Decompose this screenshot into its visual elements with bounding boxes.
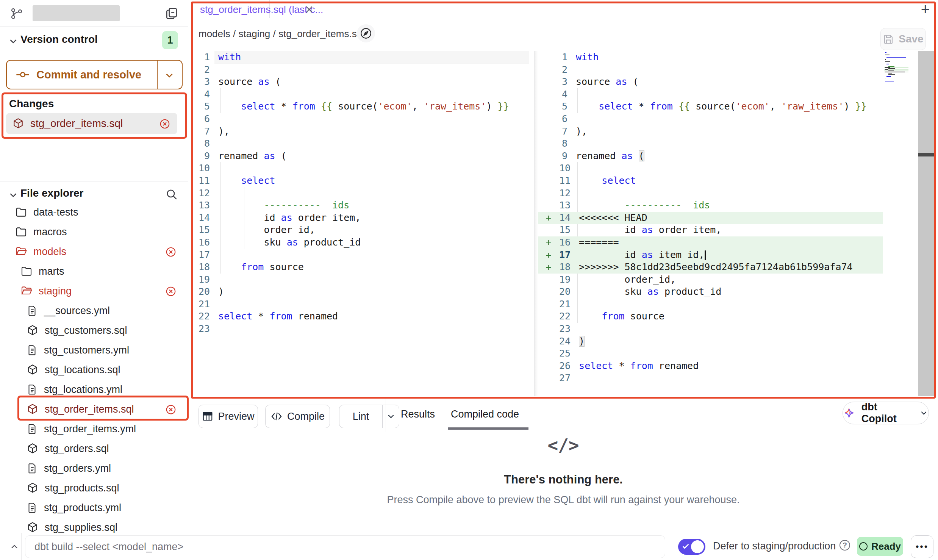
lineage-icon[interactable]	[357, 24, 375, 42]
file-item-stg_order_items.yml[interactable]: stg_order_items.yml	[0, 420, 188, 438]
code-line[interactable]: 20)	[189, 286, 529, 298]
code-line[interactable]: 23	[538, 323, 883, 335]
editor-pane-left[interactable]: 1with23source as (45 select * from {{ so…	[189, 51, 529, 396]
lint-button[interactable]: Lint	[339, 405, 382, 428]
code-line[interactable]: 7),	[189, 125, 529, 138]
file-item-staging[interactable]: staging	[0, 282, 188, 300]
code-line[interactable]: 13 ---------- ids	[189, 199, 529, 212]
code-line[interactable]: 8	[189, 138, 529, 150]
file-item-stg_supplies.sql[interactable]: stg_supplies.sql	[0, 518, 188, 533]
code-line[interactable]: 15 order_id,	[189, 224, 529, 236]
changed-file-row[interactable]: stg_order_items.sql	[6, 113, 177, 134]
code-line[interactable]: 14 id as order_item,	[189, 212, 529, 224]
file-item-stg_orders.sql[interactable]: stg_orders.sql	[0, 440, 188, 458]
code-line[interactable]: 12	[189, 187, 529, 200]
code-line[interactable]: +18>>>>>>> 58c1dd23d5eebd9cd2495fa7124ab…	[538, 261, 883, 274]
code-line[interactable]: 18 from source	[189, 261, 529, 274]
code-line[interactable]: 24)	[538, 335, 883, 348]
tab-compiled-code[interactable]: Compiled code	[451, 408, 519, 420]
minimap[interactable]	[884, 52, 908, 83]
code-line[interactable]: 11 select	[538, 175, 883, 187]
tab-close-icon[interactable]	[304, 5, 314, 14]
code-line[interactable]: 19 order_id,	[538, 274, 883, 286]
dbt-copilot-button[interactable]: dbt Copilot	[843, 402, 929, 424]
search-icon[interactable]	[165, 188, 178, 201]
code-line[interactable]: 16 sku as product_id	[189, 236, 529, 249]
code-line[interactable]: 12	[538, 187, 883, 200]
code-line[interactable]: 27	[538, 372, 883, 385]
code-line[interactable]: 3source as (	[538, 76, 883, 88]
conflict-x-icon[interactable]	[165, 286, 177, 297]
code-line[interactable]: 5 select * from {{ source('ecom', 'raw_i…	[189, 100, 529, 113]
conflict-x-icon[interactable]	[159, 118, 170, 130]
copy-icon[interactable]	[164, 6, 179, 20]
chevron-up-icon[interactable]	[9, 541, 20, 552]
code-line[interactable]: 13 ---------- ids	[538, 199, 883, 212]
code-line[interactable]: +14<<<<<<< HEAD	[538, 212, 883, 224]
file-item-stg_customers.yml[interactable]: stg_customers.yml	[0, 341, 188, 359]
defer-toggle[interactable]	[678, 539, 705, 555]
file-item-models[interactable]: models	[0, 242, 188, 261]
file-item-stg_orders.yml[interactable]: stg_orders.yml	[0, 459, 188, 477]
code-line[interactable]: 5 select * from {{ source('ecom', 'raw_i…	[538, 100, 883, 113]
code-line[interactable]: 10	[189, 162, 529, 175]
file-item-macros[interactable]: macros	[0, 223, 188, 241]
commit-and-resolve-button[interactable]: Commit and resolve	[6, 60, 183, 89]
code-line[interactable]: 21	[189, 298, 529, 311]
compile-button[interactable]: Compile	[265, 405, 330, 428]
editor-pane-right[interactable]: 1with23source as (45 select * from {{ so…	[538, 51, 883, 396]
preview-button[interactable]: Preview	[199, 405, 258, 428]
tab-stg-order-items[interactable]: stg_order_items.sql (last c...	[189, 0, 270, 18]
help-icon[interactable]: ?	[840, 540, 850, 551]
code-line[interactable]: 25	[538, 347, 883, 360]
dbt-command-input[interactable]	[25, 535, 665, 558]
file-item-stg_locations.yml[interactable]: stg_locations.yml	[0, 380, 188, 399]
code-line[interactable]: 9renamed as (	[538, 150, 883, 163]
file-item-__sources.yml[interactable]: __sources.yml	[0, 302, 188, 320]
code-line[interactable]: 10	[538, 162, 883, 175]
code-line[interactable]: +16=======	[538, 236, 883, 249]
code-line[interactable]: 2	[538, 64, 883, 76]
file-item-stg_order_items.sql[interactable]: stg_order_items.sql	[0, 400, 188, 418]
editor-scrollbar-thumb[interactable]	[918, 153, 935, 156]
commit-options-chevron-icon[interactable]	[164, 70, 175, 81]
lint-options-chevron-icon[interactable]	[382, 405, 399, 428]
code-line[interactable]: 17	[189, 249, 529, 261]
version-control-section-header[interactable]: Version control 1	[0, 30, 188, 50]
conflict-x-icon[interactable]	[165, 246, 177, 258]
code-line[interactable]: 6	[538, 113, 883, 125]
code-line[interactable]: 8	[538, 138, 883, 150]
save-button[interactable]: Save	[880, 28, 926, 50]
code-line[interactable]: 22select * from renamed	[189, 310, 529, 323]
ready-status-button[interactable]: Ready	[857, 537, 903, 556]
file-item-stg_locations.sql[interactable]: stg_locations.sql	[0, 361, 188, 379]
code-line[interactable]: 4	[189, 88, 529, 101]
code-line[interactable]: 11 select	[189, 175, 529, 187]
file-item-stg_customers.sql[interactable]: stg_customers.sql	[0, 321, 188, 339]
file-item-data-tests[interactable]: data-tests	[0, 203, 188, 221]
code-line[interactable]: 20 sku as product_id	[538, 286, 883, 298]
code-line[interactable]: 26select * from renamed	[538, 360, 883, 372]
code-line[interactable]: 21	[538, 298, 883, 311]
code-line[interactable]: 15 id as order_item,	[538, 224, 883, 236]
code-line[interactable]: 22 from source	[538, 310, 883, 323]
code-line[interactable]: 3source as (	[189, 76, 529, 88]
code-line[interactable]: 23	[189, 323, 529, 335]
file-item-marts[interactable]: marts	[0, 262, 188, 280]
code-line[interactable]: 1with	[538, 51, 883, 64]
code-line[interactable]: 1with	[189, 51, 529, 64]
code-line[interactable]: 2	[189, 64, 529, 76]
code-line[interactable]: 6	[189, 113, 529, 125]
code-line[interactable]: 19	[189, 274, 529, 286]
code-line[interactable]: 4	[538, 88, 883, 101]
new-tab-button[interactable]: +	[921, 1, 930, 18]
code-line[interactable]: +17 id as item_id,	[538, 249, 883, 261]
code-line[interactable]: 9renamed as (	[189, 150, 529, 163]
file-item-stg_products.yml[interactable]: stg_products.yml	[0, 499, 188, 517]
conflict-x-icon[interactable]	[165, 404, 177, 415]
more-options-button[interactable]: •••	[911, 535, 933, 558]
editor-scrollbar-track[interactable]	[918, 51, 935, 396]
tab-results[interactable]: Results	[401, 408, 435, 420]
file-item-stg_products.sql[interactable]: stg_products.sql	[0, 479, 188, 497]
code-line[interactable]: 7),	[538, 125, 883, 138]
